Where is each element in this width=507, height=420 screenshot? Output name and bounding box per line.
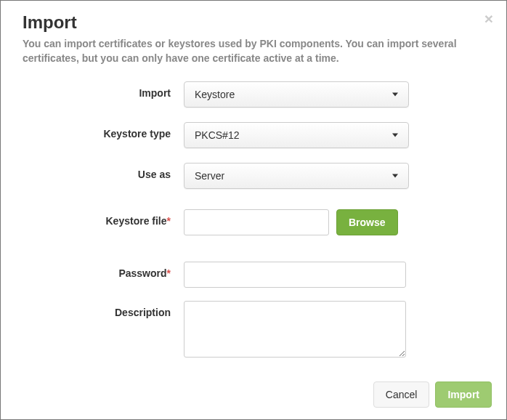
label-import: Import bbox=[23, 81, 184, 99]
import-select-value: Keystore bbox=[195, 89, 235, 100]
import-select[interactable]: Keystore bbox=[184, 81, 409, 108]
use-as-select-value: Server bbox=[195, 170, 224, 182]
row-keystore-type: Keystore type PKCS#12 bbox=[23, 122, 484, 148]
caret-down-icon bbox=[392, 174, 398, 178]
label-keystore-file: Keystore file* bbox=[23, 209, 184, 227]
use-as-select[interactable]: Server bbox=[184, 163, 409, 189]
description-textarea[interactable] bbox=[184, 301, 406, 358]
caret-down-icon bbox=[392, 93, 398, 97]
cancel-button[interactable]: Cancel bbox=[373, 381, 430, 408]
import-button[interactable]: Import bbox=[435, 381, 492, 408]
import-dialog: × Import You can import certificates or … bbox=[0, 0, 507, 420]
label-description: Description bbox=[23, 301, 184, 318]
keystore-type-select-value: PKCS#12 bbox=[195, 129, 239, 141]
label-keystore-file-text: Keystore file bbox=[106, 215, 167, 227]
row-use-as: Use as Server bbox=[23, 163, 484, 189]
keystore-file-input[interactable] bbox=[184, 209, 329, 235]
label-use-as: Use as bbox=[23, 163, 184, 180]
label-keystore-type: Keystore type bbox=[23, 122, 184, 140]
dialog-footer: Cancel Import bbox=[373, 381, 492, 408]
row-import: Import Keystore bbox=[23, 81, 484, 108]
keystore-type-select[interactable]: PKCS#12 bbox=[184, 122, 409, 148]
required-mark: * bbox=[167, 267, 171, 279]
dialog-subtitle: You can import certificates or keystores… bbox=[23, 37, 473, 65]
label-password-text: Password bbox=[118, 267, 166, 279]
caret-down-icon bbox=[392, 134, 398, 137]
row-description: Description bbox=[23, 301, 484, 358]
row-password: Password* bbox=[23, 262, 484, 288]
close-icon[interactable]: × bbox=[484, 11, 493, 26]
required-mark: * bbox=[167, 215, 171, 227]
password-input[interactable] bbox=[184, 262, 406, 288]
dialog-title: Import bbox=[23, 12, 484, 33]
browse-button[interactable]: Browse bbox=[336, 209, 398, 235]
row-keystore-file: Keystore file* Browse bbox=[23, 209, 484, 235]
label-password: Password* bbox=[23, 262, 184, 279]
